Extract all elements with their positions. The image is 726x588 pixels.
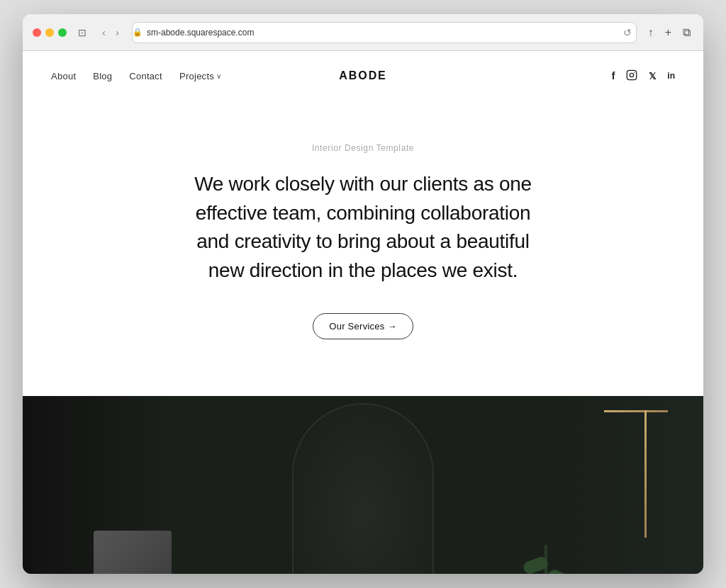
nav-link-projects[interactable]: Projects ∨ — [179, 71, 221, 81]
hero-tagline: Interior Design Template — [312, 143, 414, 153]
wall-right — [562, 396, 703, 574]
facebook-icon[interactable]: f — [612, 70, 615, 81]
url-text: sm-abode.squarespace.com — [147, 28, 254, 38]
svg-point-1 — [630, 73, 634, 77]
dark-image-section — [23, 396, 703, 574]
forward-button[interactable]: › — [111, 23, 123, 41]
twitter-icon[interactable]: 𝕏 — [649, 71, 656, 81]
room-scene — [23, 396, 703, 574]
copy-button[interactable]: ⧉ — [680, 23, 693, 42]
sidebar-toggle-button[interactable]: ⊡ — [75, 24, 89, 41]
nav-link-blog[interactable]: Blog — [93, 71, 112, 81]
address-bar[interactable]: 🔒 sm-abode.squarespace.com ↺ — [132, 22, 637, 43]
traffic-light-green[interactable] — [58, 28, 67, 37]
site-logo[interactable]: ABODE — [339, 69, 386, 82]
browser-actions: ↑ + ⧉ — [645, 23, 693, 42]
share-button[interactable]: ↑ — [645, 23, 657, 42]
nav-right: f 𝕏 in — [387, 69, 675, 83]
nav-left: About Blog Contact Projects ∨ — [51, 71, 339, 81]
new-tab-button[interactable]: + — [662, 23, 674, 42]
lock-icon: 🔒 — [133, 28, 143, 37]
linkedin-icon[interactable]: in — [667, 71, 675, 81]
arch-mirror — [292, 403, 434, 574]
plant — [544, 545, 547, 574]
traffic-lights — [33, 28, 67, 37]
cta-button[interactable]: Our Services → — [313, 313, 413, 339]
site-header: About Blog Contact Projects ∨ ABODE f — [23, 51, 703, 101]
svg-rect-0 — [627, 70, 637, 79]
nav-controls: ‹ › — [98, 23, 123, 41]
website-content: About Blog Contact Projects ∨ ABODE f — [23, 51, 703, 574]
instagram-icon[interactable] — [626, 69, 637, 83]
browser-chrome: ⊡ ‹ › 🔒 sm-abode.squarespace.com ↺ ↑ + ⧉ — [23, 14, 703, 51]
lamp-vertical — [644, 410, 647, 538]
traffic-light-yellow[interactable] — [45, 28, 54, 37]
lamp-horizontal — [604, 410, 668, 412]
nav-link-contact[interactable]: Contact — [129, 71, 162, 81]
back-button[interactable]: ‹ — [98, 23, 110, 41]
browser-window: ⊡ ‹ › 🔒 sm-abode.squarespace.com ↺ ↑ + ⧉… — [23, 14, 703, 574]
hero-section: Interior Design Template We work closely… — [23, 101, 703, 396]
chair — [79, 516, 193, 574]
nav-link-about[interactable]: About — [51, 71, 76, 81]
reload-icon: ↺ — [623, 27, 636, 38]
chair-back — [94, 531, 172, 574]
chevron-down-icon: ∨ — [216, 72, 221, 80]
svg-point-2 — [634, 72, 635, 72]
traffic-light-red[interactable] — [33, 28, 41, 37]
hero-headline: We work closely with our clients as one … — [179, 170, 547, 285]
